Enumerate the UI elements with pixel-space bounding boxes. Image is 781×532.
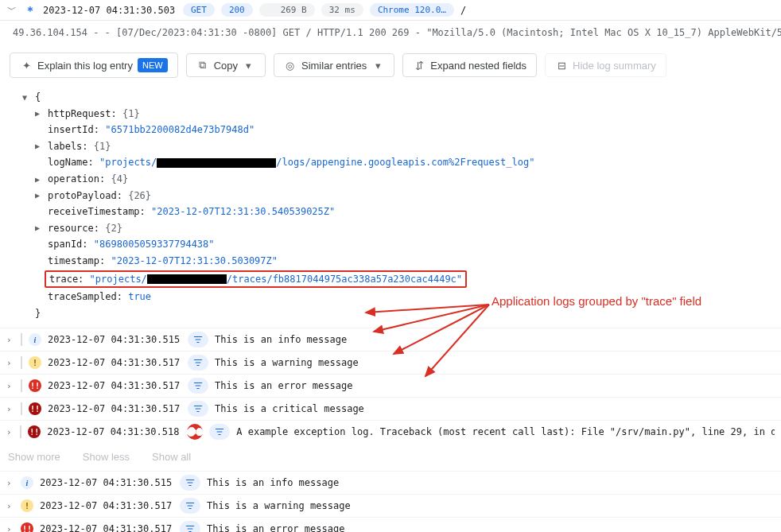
severity-warning-icon: ! [29,356,41,369]
path-text: / [460,5,466,16]
explain-button[interactable]: ✦ Explain this log entry NEW [10,52,178,78]
log-timestamp: 2023-12-07 04:31:30.517 [40,500,173,511]
hide-summary-button: ⊟ Hide log summary [545,53,666,77]
chevron-down-icon[interactable]: ▼ [22,91,35,104]
log-toolbar: ✦ Explain this log entry NEW ⧉ Copy ▾ ◎ … [0,45,781,86]
log-message: This is a critical message [215,403,364,414]
severity-critical-icon: !! [28,425,41,438]
filter-pill-icon[interactable] [180,475,200,491]
log-row[interactable]: ›!2023-12-07 04:31:30.517This is a warni… [0,494,781,517]
dropdown-caret-icon: ▾ [371,59,384,72]
hide-icon: ⊟ [555,59,568,72]
expand-chevron-icon[interactable]: › [6,427,14,437]
log-list: ›i2023-12-07 04:31:30.515This is an info… [0,471,781,532]
log-entry-header[interactable]: ﹀ * 2023-12-07 04:31:30.503 GET 200 269 … [0,0,781,21]
log-timestamp: 2023-12-07 04:31:30.517 [48,403,181,414]
severity-warning-icon: ! [21,499,33,512]
filter-pill-icon[interactable] [209,424,230,440]
filter-pill-icon[interactable] [188,355,208,371]
show-less-link[interactable]: Show less [83,451,130,463]
severity-info-icon: i [29,333,41,346]
log-message: This is an info message [215,334,347,345]
expand-nested-button[interactable]: ⇵ Expand nested fields [402,53,537,77]
log-timestamp: 2023-12-07 04:31:30.515 [48,334,181,345]
severity-default-icon: * [24,4,37,17]
http-status-pill[interactable]: 200 [221,3,253,17]
log-timestamp: 2023-12-07 04:31:30.515 [40,477,173,488]
log-message: A example exception log. Traceback (most… [236,426,775,437]
copy-icon: ⧉ [196,59,209,72]
json-view: ▼{ ▶httpRequest: {1} insertId: "6571bb22… [0,86,781,328]
show-controls-bar: Show more Show less Show all [0,443,781,471]
chevron-right-icon[interactable]: ▶ [35,140,48,153]
expand-chevron-icon[interactable]: › [6,358,14,368]
copy-button[interactable]: ⧉ Copy ▾ [186,53,266,77]
severity-error-icon: !! [21,522,33,532]
expand-chevron-icon[interactable]: › [6,381,14,391]
show-more-link[interactable]: Show more [8,451,60,463]
grouped-logs: ›i2023-12-07 04:31:30.515This is an info… [0,328,781,443]
log-message: This is a warning message [215,357,359,368]
new-badge: NEW [138,58,168,72]
log-timestamp: 2023-12-07 04:31:30.517 [40,523,173,532]
log-message: This is an info message [207,477,339,488]
chevron-right-icon[interactable]: ▶ [35,107,48,120]
group-indicator-bar [21,402,22,415]
group-indicator-bar [21,333,22,346]
latency-pill[interactable]: 32 ms [321,3,363,17]
header-timestamp: 2023-12-07 04:31:30.503 [43,5,177,16]
group-indicator-bar [20,425,21,438]
exception-stop-icon [187,424,203,440]
target-icon: ◎ [284,59,297,72]
collapse-chevron-icon[interactable]: ﹀ [6,3,17,17]
filter-pill-icon[interactable] [180,521,200,532]
trace-highlight-box: trace: "projects//traces/fb8817044975ac3… [45,270,467,289]
expand-chevron-icon[interactable]: › [6,524,14,532]
log-timestamp: 2023-12-07 04:31:30.517 [48,380,181,391]
chevron-right-icon[interactable]: ▶ [35,173,48,186]
expand-icon: ⇵ [413,59,425,72]
log-row[interactable]: ›!!2023-12-07 04:31:30.517This is a crit… [0,397,781,420]
log-row[interactable]: ›i2023-12-07 04:31:30.515This is an info… [0,328,781,351]
filter-pill-icon[interactable] [188,378,208,394]
filter-pill-icon[interactable] [180,498,200,514]
expand-chevron-icon[interactable]: › [6,501,14,511]
log-message: This is an error message [215,380,352,391]
log-timestamp: 2023-12-07 04:31:30.518 [47,426,181,437]
similar-entries-button[interactable]: ◎ Similar entries ▾ [274,53,394,77]
group-indicator-bar [21,356,22,369]
log-row[interactable]: ›!2023-12-07 04:31:30.517This is a warni… [0,351,781,374]
expand-chevron-icon[interactable]: › [6,404,14,414]
chevron-right-icon[interactable]: ▶ [35,222,48,235]
size-pill[interactable]: 269 B [259,3,315,17]
raw-log-text: 49.36.104.154 - - [07/Dec/2023:04:31:30 … [0,21,781,45]
severity-error-icon: !! [29,379,41,392]
chevron-right-icon[interactable]: ▶ [35,189,48,202]
expand-chevron-icon[interactable]: › [6,335,14,345]
severity-critical-icon: !! [29,402,41,415]
http-method-pill[interactable]: GET [183,3,215,17]
filter-pill-icon[interactable] [188,401,208,417]
log-row[interactable]: ›!!2023-12-07 04:31:30.517This is an err… [0,374,781,397]
dropdown-caret-icon: ▾ [243,59,255,72]
redacted-text [157,158,276,168]
redacted-text [147,274,227,284]
show-all-link[interactable]: Show all [152,451,191,463]
log-timestamp: 2023-12-07 04:31:30.517 [48,357,181,368]
filter-pill-icon[interactable] [188,332,208,348]
log-row[interactable]: ›!!2023-12-07 04:31:30.517This is an err… [0,517,781,532]
log-message: This is a warning message [207,500,351,511]
sparkle-icon: ✦ [20,59,33,72]
group-indicator-bar [21,379,22,392]
severity-info-icon: i [21,476,33,489]
expand-chevron-icon[interactable]: › [6,478,14,488]
log-message: This is an error message [207,523,344,532]
user-agent-pill[interactable]: Chrome 120.0… [370,3,454,17]
log-row[interactable]: ›i2023-12-07 04:31:30.515This is an info… [0,471,781,494]
log-row[interactable]: ›!!2023-12-07 04:31:30.518A example exce… [0,420,781,443]
